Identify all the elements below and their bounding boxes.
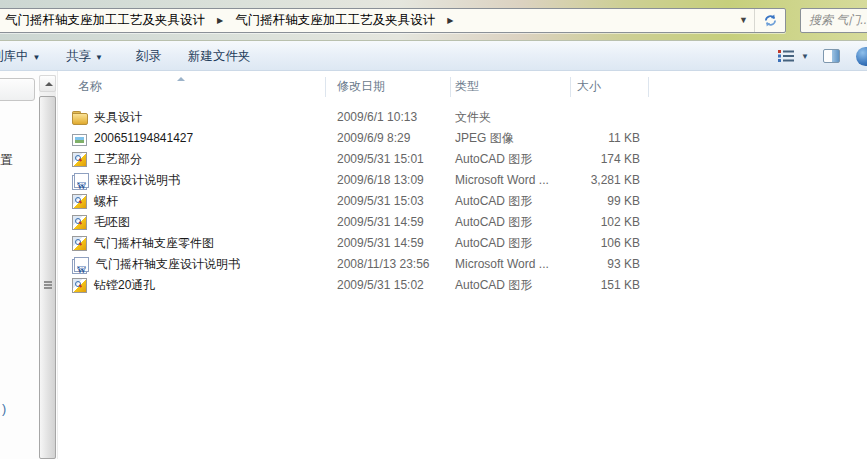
- file-size: 3,281 KB: [540, 170, 640, 191]
- table-row[interactable]: 螺杆 2009/5/31 15:03 AutoCAD 图形 99 KB: [58, 191, 867, 212]
- nav-scrollbar[interactable]: [39, 75, 56, 459]
- autocad-drawing-icon: [72, 236, 87, 251]
- file-type: Microsoft Word ...: [455, 170, 549, 191]
- breadcrumb: 气门摇杆轴支座加工工艺及夹具设计 ▶ 气门摇杆轴支座加工工艺及夹具设计 ▶: [0, 9, 457, 32]
- table-row[interactable]: 夹具设计 2009/6/1 10:13 文件夹: [58, 107, 867, 128]
- autocad-drawing-icon: [72, 278, 87, 293]
- breadcrumb-arrow-icon[interactable]: ▶: [443, 16, 457, 25]
- new-folder-button[interactable]: 新建文件夹: [188, 41, 251, 71]
- file-list-pane: 名称 修改日期 类型 大小 夹具设计 2009/6/1 10:13 文件夹 20…: [58, 71, 867, 459]
- file-type: AutoCAD 图形: [455, 149, 532, 170]
- autocad-drawing-icon: [72, 215, 87, 230]
- file-name: 夹具设计: [94, 107, 142, 128]
- file-date: 2009/5/31 15:01: [337, 149, 424, 170]
- sort-ascending-icon: [177, 77, 185, 81]
- breadcrumb-item[interactable]: 气门摇杆轴支座加工工艺及夹具设计: [227, 9, 443, 32]
- file-size: 93 KB: [540, 254, 640, 275]
- search-placeholder: 搜索 气门...: [809, 12, 867, 29]
- file-type: Microsoft Word ...: [455, 254, 549, 275]
- autocad-drawing-icon: [72, 194, 87, 209]
- breadcrumb-item[interactable]: 气门摇杆轴支座加工工艺及夹具设计: [0, 9, 213, 32]
- file-date: 2009/6/9 8:29: [337, 128, 410, 149]
- column-separator[interactable]: [325, 77, 326, 97]
- file-date: 2009/5/31 14:59: [337, 233, 424, 254]
- chevron-down-icon: ▼: [33, 53, 41, 62]
- file-name: 课程设计说明书: [96, 170, 180, 191]
- column-headers: 名称 修改日期 类型 大小: [58, 73, 867, 99]
- folder-icon: [72, 110, 87, 125]
- nav-text-fragment: 置: [0, 152, 13, 169]
- refresh-icon[interactable]: [755, 9, 785, 32]
- file-name: 200651194841427: [94, 128, 193, 149]
- file-name: 螺杆: [94, 191, 118, 212]
- scroll-up-icon[interactable]: [39, 75, 56, 92]
- file-type: AutoCAD 图形: [455, 212, 532, 233]
- nav-text-fragment: ): [2, 402, 6, 416]
- file-name: 气门摇杆轴支座设计说明书: [96, 254, 240, 275]
- include-in-library-button[interactable]: 包含到库中▼: [0, 41, 40, 71]
- file-date: 2009/5/31 14:59: [337, 212, 424, 233]
- table-row[interactable]: 课程设计说明书 2009/6/18 13:09 Microsoft Word .…: [58, 170, 867, 191]
- file-type: AutoCAD 图形: [455, 191, 532, 212]
- table-row[interactable]: 气门摇杆轴支座零件图 2009/5/31 14:59 AutoCAD 图形 10…: [58, 233, 867, 254]
- table-row[interactable]: 200651194841427 2009/6/9 8:29 JPEG 图像 11…: [58, 128, 867, 149]
- file-name: 工艺部分: [94, 149, 142, 170]
- address-bar[interactable]: 气门摇杆轴支座加工工艺及夹具设计 ▶ 气门摇杆轴支座加工工艺及夹具设计 ▶ ▼: [0, 8, 786, 33]
- word-document-icon: [74, 173, 89, 188]
- explorer-content: 置 ) 名称 修改日期 类型 大小 夹具设计 2009/6/1 10:13 文件…: [0, 71, 867, 459]
- chevron-down-icon: ▼: [801, 52, 809, 61]
- details-view-icon: [778, 50, 794, 62]
- file-size: [540, 107, 640, 128]
- column-separator[interactable]: [450, 77, 451, 97]
- jpeg-image-icon: [72, 134, 87, 146]
- nav-button-fragment[interactable]: [0, 78, 35, 101]
- search-input[interactable]: 搜索 气门...: [800, 8, 867, 33]
- column-header-type[interactable]: 类型: [455, 73, 479, 99]
- file-size: 102 KB: [540, 212, 640, 233]
- file-date: 2008/11/13 23:56: [337, 254, 430, 275]
- file-name: 钻镗20通孔: [94, 275, 155, 296]
- column-header-size[interactable]: 大小: [577, 73, 601, 99]
- file-size: 151 KB: [540, 275, 640, 296]
- file-size: 174 KB: [540, 149, 640, 170]
- breadcrumb-arrow-icon[interactable]: ▶: [213, 16, 227, 25]
- column-header-date-modified[interactable]: 修改日期: [337, 73, 385, 99]
- chevron-down-icon: ▼: [95, 53, 103, 62]
- file-size: 11 KB: [540, 128, 640, 149]
- file-date: 2009/6/18 13:09: [337, 170, 424, 191]
- table-row[interactable]: 气门摇杆轴支座设计说明书 2008/11/13 23:56 Microsoft …: [58, 254, 867, 275]
- file-date: 2009/5/31 15:03: [337, 191, 424, 212]
- address-dropdown-icon[interactable]: ▼: [733, 9, 755, 32]
- word-document-icon: [74, 257, 89, 272]
- table-row[interactable]: 工艺部分 2009/5/31 15:01 AutoCAD 图形 174 KB: [58, 149, 867, 170]
- file-size: 106 KB: [540, 233, 640, 254]
- window-glass-header: 气门摇杆轴支座加工工艺及夹具设计 ▶ 气门摇杆轴支座加工工艺及夹具设计 ▶ ▼ …: [0, 0, 867, 41]
- help-icon[interactable]: [856, 47, 867, 66]
- file-name: 毛呸图: [94, 212, 130, 233]
- preview-pane-icon[interactable]: [823, 49, 840, 63]
- file-name: 气门摇杆轴支座零件图: [94, 233, 214, 254]
- change-view-button[interactable]: ▼: [778, 50, 809, 62]
- command-toolbar: 包含到库中▼ 共享▼ 刻录 新建文件夹 ▼: [0, 41, 867, 71]
- file-date: 2009/6/1 10:13: [337, 107, 417, 128]
- autocad-drawing-icon: [72, 152, 87, 167]
- file-type: AutoCAD 图形: [455, 233, 532, 254]
- share-button[interactable]: 共享▼: [66, 41, 103, 71]
- file-rows: 夹具设计 2009/6/1 10:13 文件夹 200651194841427 …: [58, 107, 867, 296]
- column-separator[interactable]: [648, 77, 649, 97]
- table-row[interactable]: 毛呸图 2009/5/31 14:59 AutoCAD 图形 102 KB: [58, 212, 867, 233]
- scrollbar-thumb[interactable]: [39, 96, 56, 459]
- burn-button[interactable]: 刻录: [136, 41, 161, 71]
- file-date: 2009/5/31 15:02: [337, 275, 424, 296]
- table-row[interactable]: 钻镗20通孔 2009/5/31 15:02 AutoCAD 图形 151 KB: [58, 275, 867, 296]
- file-size: 99 KB: [540, 191, 640, 212]
- column-separator[interactable]: [570, 77, 571, 97]
- file-type: AutoCAD 图形: [455, 275, 532, 296]
- file-type: 文件夹: [455, 107, 491, 128]
- file-type: JPEG 图像: [455, 128, 514, 149]
- column-header-name[interactable]: 名称: [78, 73, 102, 99]
